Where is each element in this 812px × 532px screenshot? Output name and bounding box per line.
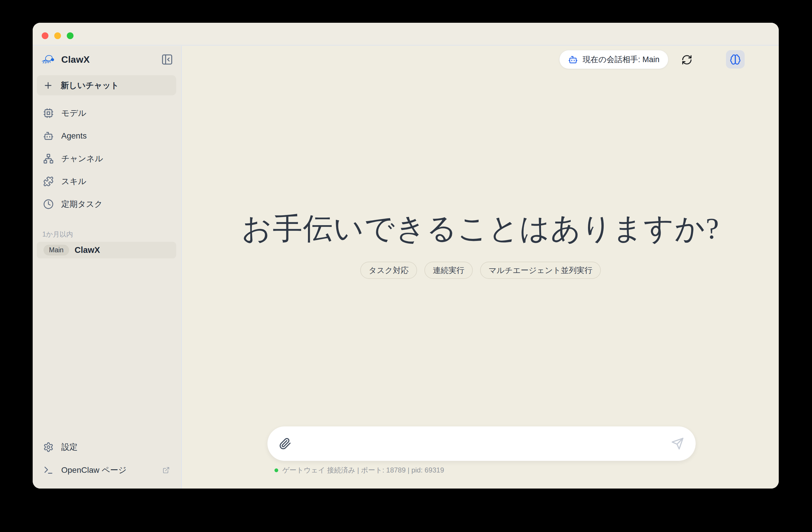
sidebar-item-label: チャンネル [61, 153, 103, 164]
sidebar-footer: 設定 OpenClaw ページ [33, 435, 181, 481]
refresh-button[interactable] [681, 54, 692, 65]
send-icon [671, 437, 684, 450]
send-button[interactable] [671, 437, 684, 450]
message-input[interactable] [299, 427, 664, 461]
traffic-zoom-button[interactable] [67, 32, 73, 39]
network-icon [43, 154, 54, 164]
history-section-label: 1か月以内 [42, 230, 73, 239]
clawx-lobster-logo-icon [41, 53, 55, 66]
new-chat-label: 新しいチャット [61, 80, 119, 91]
new-chat-button[interactable]: 新しいチャット [37, 75, 176, 95]
message-composer [267, 427, 696, 461]
traffic-minimize-button[interactable] [54, 32, 61, 39]
attach-button[interactable] [279, 437, 291, 450]
terminal-icon [43, 465, 54, 475]
chat-title: ClawX [75, 245, 100, 255]
brand-row: ClawX [33, 53, 181, 67]
suggestion-continuous-run[interactable]: 連続実行 [424, 262, 473, 279]
clock-icon [43, 199, 54, 210]
sidebar-item-label: Agents [61, 131, 87, 141]
sidebar-nav: モデル Agents チャンネル [33, 102, 181, 216]
suggestion-task-support[interactable]: タスク対応 [360, 262, 417, 279]
sidebar-item-models[interactable]: モデル [33, 102, 181, 125]
status-connected-dot [274, 469, 278, 472]
main-area: 現在の会話相手: Main お手伝いできることはありますか? タスク対応 [182, 46, 779, 489]
sidebar-item-settings[interactable]: 設定 [33, 435, 181, 459]
brand-title: ClawX [61, 54, 90, 65]
sidebar-item-label: スキル [61, 176, 86, 187]
sidebar-item-label: モデル [61, 107, 86, 119]
plus-icon [43, 81, 53, 90]
gear-icon [43, 442, 54, 452]
puzzle-icon [43, 176, 54, 187]
sidebar-item-skills[interactable]: スキル [33, 170, 181, 193]
chat-badge: Main [43, 245, 69, 256]
sidebar-collapse-button[interactable] [161, 53, 173, 66]
sidebar-item-label: OpenClaw ページ [61, 465, 127, 476]
sidebar-item-label: 定期タスク [61, 199, 103, 210]
panel-left-close-icon [161, 53, 173, 66]
app-window: ClawX 新しいチャット [33, 23, 779, 489]
sidebar-item-agents[interactable]: Agents [33, 125, 181, 147]
sidebar-item-channels[interactable]: チャンネル [33, 147, 181, 170]
sidebar: ClawX 新しいチャット [33, 46, 182, 489]
brain-button[interactable] [726, 50, 745, 69]
current-agent-pill[interactable]: 現在の会話相手: Main [560, 50, 668, 69]
bot-icon [43, 131, 54, 141]
titlebar [33, 23, 779, 45]
suggestion-row: タスク対応 連続実行 マルチエージェント並列実行 [182, 262, 779, 279]
paperclip-icon [279, 437, 291, 450]
welcome-heading: お手伝いできることはありますか? [182, 209, 779, 249]
sidebar-item-scheduled-tasks[interactable]: 定期タスク [33, 193, 181, 216]
refresh-icon [681, 54, 692, 65]
suggestion-multi-agent[interactable]: マルチエージェント並列実行 [480, 262, 601, 279]
traffic-close-button[interactable] [42, 32, 48, 39]
sidebar-item-openclaw-page[interactable]: OpenClaw ページ [33, 459, 181, 481]
status-text: ゲートウェイ 接続済み | ポート: 18789 | pid: 69319 [282, 465, 444, 475]
gateway-status: ゲートウェイ 接続済み | ポート: 18789 | pid: 69319 [274, 465, 444, 475]
current-agent-label: 現在の会話相手: Main [583, 54, 659, 65]
cpu-icon [43, 108, 54, 118]
sidebar-item-label: 設定 [61, 442, 77, 453]
brain-icon [730, 54, 741, 65]
bot-icon [568, 55, 578, 64]
chat-item-main-clawx[interactable]: Main ClawX [37, 242, 176, 258]
external-link-icon [162, 466, 170, 474]
